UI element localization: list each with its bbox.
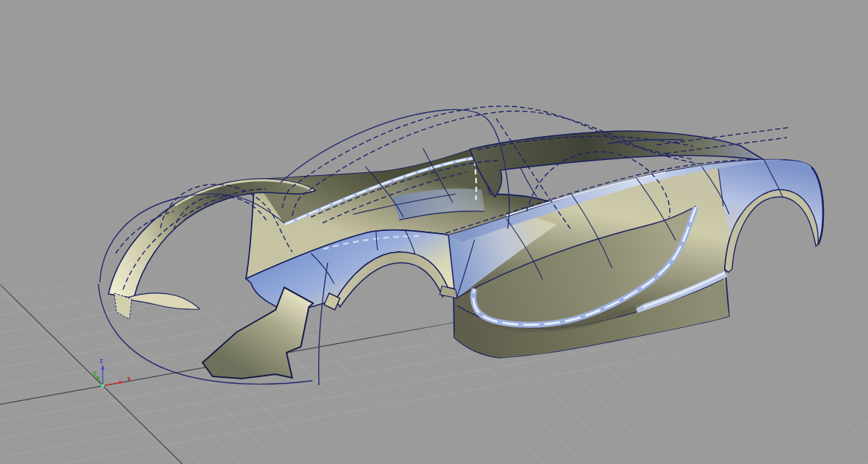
svg-text:x: x [127,375,131,382]
svg-text:z: z [100,357,103,364]
svg-text:y: y [93,369,97,376]
